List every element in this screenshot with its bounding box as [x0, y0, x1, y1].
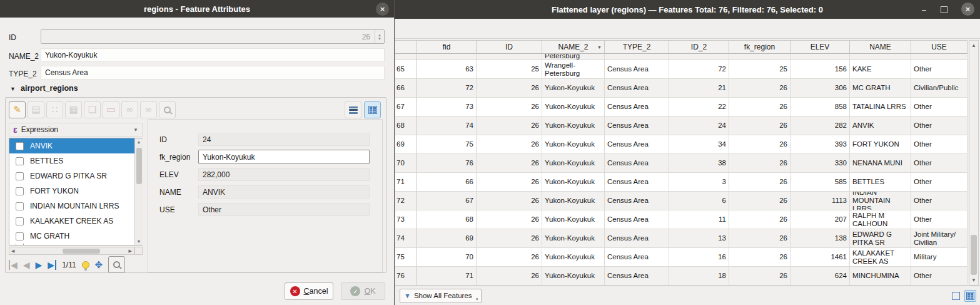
ok-button[interactable]: ✓ OK — [341, 282, 385, 300]
list-item[interactable]: INDIAN MOUNTAIN LRRS — [9, 199, 142, 214]
zoom-to-feature-button[interactable] — [159, 101, 176, 118]
cell-id: 26 — [477, 192, 542, 210]
table-row[interactable]: 767126Yukon-KoyukukCensus Area1826624MIN… — [395, 267, 967, 286]
expression-label: Expression — [21, 125, 58, 134]
cell-text: Other — [914, 272, 964, 280]
type2-field[interactable]: Census Area — [41, 66, 385, 80]
table-row[interactable]: 677326Yukon-KoyukukCensus Area2226858TAT… — [395, 98, 967, 116]
list-item[interactable]: EDWARD G PITKA SR — [9, 168, 142, 184]
maximize-icon[interactable] — [941, 0, 947, 19]
dialog-titlebar[interactable]: regions - Feature Attributes × — [0, 0, 394, 18]
table-row[interactable]: 757026Yukon-KoyukukCensus Area16261461KA… — [395, 248, 967, 267]
list-horizontal-scrollbar[interactable]: ◀ ▶ — [9, 247, 134, 255]
scroll-right-icon[interactable]: ▶ — [129, 247, 132, 254]
column-header-use[interactable]: USE — [911, 40, 967, 54]
previous-feature-icon[interactable]: ◀ — [23, 260, 30, 270]
list-item[interactable] — [9, 244, 142, 246]
table-row[interactable]: 707626Yukon-KoyukukCensus Area3826330NEN… — [395, 154, 967, 173]
checkbox[interactable] — [16, 172, 24, 180]
add-child-feature-button: ∷ — [46, 101, 63, 118]
cell-text: INDIAN MOUNTAIN LRRS — [852, 192, 908, 210]
cell-text: Census Area — [607, 253, 666, 261]
column-header-id[interactable]: ID — [477, 40, 542, 54]
expression-combo[interactable]: ε Expression ▼ — [9, 123, 143, 137]
checkbox[interactable] — [16, 232, 24, 240]
row-number-cell — [395, 54, 417, 60]
scroll-up-icon[interactable]: ▲ — [969, 43, 978, 48]
table-row[interactable]: 697526Yukon-KoyukukCensus Area3426393FOR… — [395, 135, 967, 154]
column-header-elev[interactable]: ELEV — [791, 40, 850, 54]
elev-field[interactable]: 282,000 — [198, 168, 370, 181]
scroll-thumb[interactable] — [63, 249, 100, 254]
table-row-partial[interactable]: Petersburg — [395, 54, 967, 60]
fk-region-field[interactable]: Yukon-Koyukuk — [198, 150, 370, 164]
table-row[interactable]: 746926Yukon-KoyukukCensus Area1326138EDW… — [395, 229, 967, 248]
chevron-down-icon: ▼ — [133, 127, 138, 133]
scroll-thumb[interactable] — [136, 148, 142, 184]
cell-name: KAKE — [850, 60, 911, 79]
first-feature-icon[interactable]: ◀ — [9, 260, 18, 270]
close-icon[interactable]: × — [961, 3, 974, 16]
collapse-triangle-icon[interactable]: ▼ — [10, 86, 16, 92]
column-header-id_2[interactable]: ID_2 — [669, 40, 729, 54]
table-view-toggle[interactable] — [964, 290, 976, 302]
column-header-name[interactable]: NAME — [850, 40, 911, 54]
name2-field[interactable]: Yukon-Koyukuk — [41, 48, 385, 62]
checkbox[interactable] — [16, 187, 24, 195]
table-row[interactable]: 656325Wrangell-PetersburgCensus Area7225… — [395, 60, 967, 79]
sort-indicator-icon: ▼ — [597, 45, 602, 49]
minimize-icon[interactable]: – — [922, 0, 926, 19]
use-field[interactable]: Other — [198, 203, 370, 216]
column-header-fk_region[interactable]: fk_region — [729, 40, 791, 54]
table-view-toggle[interactable] — [364, 101, 381, 118]
checkbox[interactable] — [16, 157, 24, 165]
spinner-arrows-icon[interactable]: ▲▼ — [375, 30, 384, 43]
column-header-type_2[interactable]: TYPE_2 — [605, 40, 669, 54]
close-icon[interactable]: × — [376, 3, 389, 16]
cell-text: 73 — [420, 103, 473, 111]
table-row[interactable]: 716626Yukon-KoyukukCensus Area326585BETT… — [395, 173, 967, 192]
scroll-down-icon[interactable]: ▼ — [135, 239, 143, 244]
table-row[interactable]: 687426Yukon-KoyukukCensus Area2426282ANV… — [395, 116, 967, 135]
row-number-cell: 76 — [395, 267, 417, 286]
scroll-down-icon[interactable]: ▼ — [969, 277, 978, 283]
form-view-toggle[interactable] — [345, 101, 361, 118]
scroll-thumb[interactable] — [971, 235, 977, 275]
list-item[interactable]: BETTLES — [9, 153, 142, 168]
table-row[interactable]: 726726Yukon-KoyukukCensus Area6261113IND… — [395, 192, 967, 210]
highlight-feature-icon[interactable] — [82, 261, 89, 269]
last-feature-icon[interactable]: ▶ — [48, 260, 56, 270]
cell-text: Yukon-Koyukuk — [545, 140, 602, 148]
table-row[interactable]: 667226Yukon-KoyukukCensus Area2126306MC … — [395, 79, 967, 98]
window-titlebar[interactable]: Flattened layer (regions) — Features Tot… — [395, 0, 980, 19]
name-field[interactable]: ANVIK — [198, 185, 370, 199]
toggle-editing-button[interactable]: ✎ — [9, 101, 26, 118]
cell-fid: 73 — [417, 98, 477, 116]
show-all-features-button[interactable]: ▼ Show All Features ▼ — [400, 289, 482, 303]
column-header-name_2[interactable]: NAME_2▼ — [542, 40, 605, 54]
checkbox[interactable] — [16, 142, 24, 150]
next-feature-icon[interactable]: ▶ — [36, 260, 43, 270]
list-item[interactable]: FORT YUKON — [9, 184, 142, 199]
table-vertical-scrollbar[interactable]: ▲ ▼ — [969, 40, 979, 286]
scroll-left-icon[interactable]: ◀ — [11, 247, 14, 254]
checkbox[interactable] — [16, 202, 24, 210]
table-row[interactable]: 736826Yukon-KoyukukCensus Area1126207RAL… — [395, 210, 967, 229]
cell-text: Yukon-Koyukuk — [545, 215, 602, 224]
list-item[interactable]: MC GRATH — [9, 229, 142, 244]
cancel-icon: ✕ — [290, 286, 300, 296]
id-field[interactable]: 24 — [198, 133, 370, 146]
checkbox[interactable] — [16, 244, 24, 246]
list-item[interactable]: KALAKAKET CREEK AS — [9, 214, 142, 229]
checkbox[interactable] — [16, 217, 24, 225]
column-header-fid[interactable]: fid — [417, 40, 477, 54]
zoom-to-feature-button[interactable] — [108, 256, 125, 273]
list-item[interactable]: ANVIK — [9, 138, 142, 153]
cancel-button[interactable]: ✕ Cancel — [285, 282, 333, 300]
form-view-toggle[interactable] — [950, 290, 962, 302]
id-spinner[interactable]: 26 ▲▼ — [41, 29, 385, 44]
scroll-up-icon[interactable]: ▲ — [135, 140, 143, 144]
list-vertical-scrollbar[interactable]: ▲ ▼ — [134, 138, 143, 245]
cell-text: Wrangell-Petersburg — [545, 61, 602, 78]
pan-to-feature-icon[interactable]: ✥ — [95, 259, 103, 271]
